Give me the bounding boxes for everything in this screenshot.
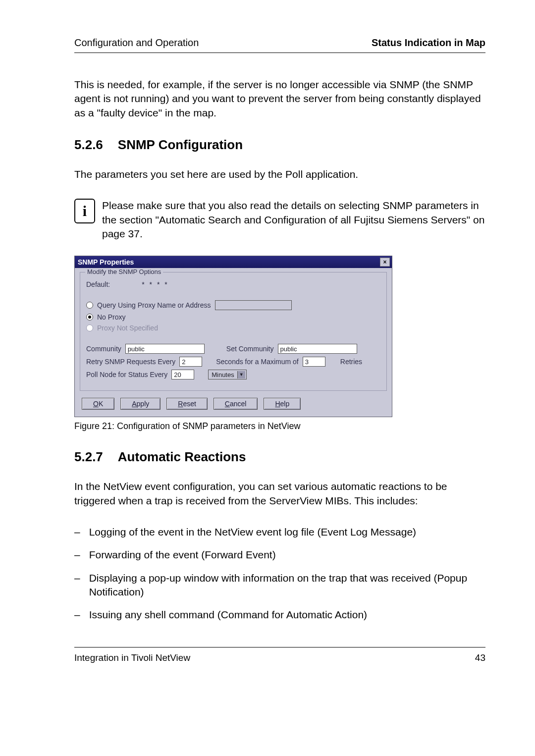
- radio-proxy-not-specified-label: Proxy Not Specified: [97, 324, 158, 332]
- radio-icon: [86, 324, 93, 331]
- proxy-address-input[interactable]: [215, 300, 292, 310]
- groupbox-label: Modify the SNMP Options: [85, 268, 163, 275]
- info-note-text: Please make sure that you also read the …: [102, 199, 485, 241]
- list-item: –Forwarding of the event (Forward Event): [74, 548, 485, 562]
- list-item-text: Displaying a pop-up window with informat…: [89, 571, 485, 599]
- max-retries-input[interactable]: 3: [303, 357, 325, 367]
- info-icon: i: [74, 199, 95, 223]
- retry-input[interactable]: 2: [179, 357, 202, 367]
- list-item: –Displaying a pop-up window with informa…: [74, 571, 485, 599]
- list-item: –Logging of the event in the NetView eve…: [74, 525, 485, 539]
- page-footer: Integration in Tivoli NetView 43: [74, 647, 485, 663]
- section-527-num: 5.2.7: [74, 449, 103, 465]
- section-527-heading: 5.2.7Automatic Reactions: [74, 449, 485, 465]
- section-527-p1: In the NetView event configuration, you …: [74, 480, 485, 508]
- poll-unit-value: Minutes: [212, 371, 234, 378]
- ok-button[interactable]: OK: [82, 398, 114, 410]
- footer-left: Integration in Tivoli NetView: [74, 652, 190, 663]
- snmp-properties-dialog: SNMP Properties × Modify the SNMP Option…: [74, 256, 392, 417]
- reset-button[interactable]: Reset: [166, 398, 208, 410]
- default-value: * * * *: [142, 280, 168, 288]
- set-community-label: Set Community: [226, 345, 274, 353]
- chevron-down-icon[interactable]: ▼: [237, 371, 245, 378]
- list-item-text: Forwarding of the event (Forward Event): [89, 548, 276, 562]
- section-526-p1: The parameters you set here are used by …: [74, 167, 485, 181]
- retries-label: Retries: [340, 358, 362, 366]
- info-icon-glyph: i: [83, 204, 87, 218]
- section-526-num: 5.2.6: [74, 137, 103, 153]
- header-left: Configuration and Operation: [74, 37, 199, 49]
- community-label: Community: [86, 345, 121, 353]
- apply-button[interactable]: Apply: [120, 398, 160, 410]
- radio-proxy-name[interactable]: Query Using Proxy Name or Address: [86, 300, 380, 310]
- modify-snmp-options-group: Modify the SNMP Options Default: * * * *…: [80, 272, 387, 391]
- radio-proxy-name-label: Query Using Proxy Name or Address: [97, 301, 211, 309]
- default-label: Default:: [86, 280, 110, 288]
- page-header: Configuration and Operation Status Indic…: [74, 37, 485, 53]
- help-button[interactable]: Help: [264, 398, 301, 410]
- community-input[interactable]: public: [125, 344, 205, 354]
- section-527-title: Automatic Reactions: [118, 449, 246, 464]
- list-item-text: Issuing any shell command (Command for A…: [89, 608, 367, 622]
- poll-unit-select[interactable]: Minutes ▼: [208, 370, 247, 379]
- radio-no-proxy[interactable]: No Proxy: [86, 313, 380, 321]
- dialog-button-row: OK Apply Reset Cancel Help: [75, 398, 392, 417]
- list-item-text: Logging of the event in the NetView even…: [89, 525, 416, 539]
- radio-icon[interactable]: [86, 314, 93, 321]
- list-item: –Issuing any shell command (Command for …: [74, 608, 485, 622]
- seconds-label: Seconds for a Maximum of: [216, 358, 299, 366]
- poll-label: Poll Node for Status Every: [86, 371, 167, 378]
- intro-paragraph: This is needed, for example, if the serv…: [74, 78, 485, 120]
- dialog-titlebar: SNMP Properties ×: [75, 256, 392, 268]
- dialog-title: SNMP Properties: [78, 258, 134, 266]
- radio-proxy-not-specified: Proxy Not Specified: [86, 324, 380, 332]
- section-526-heading: 5.2.6SNMP Configuration: [74, 137, 485, 153]
- header-right: Status Indication in Map: [372, 37, 485, 49]
- retry-label: Retry SNMP Requests Every: [86, 358, 175, 366]
- page-number: 43: [475, 652, 485, 663]
- reactions-list: –Logging of the event in the NetView eve…: [74, 525, 485, 622]
- info-note: i Please make sure that you also read th…: [74, 199, 485, 241]
- radio-icon[interactable]: [86, 302, 93, 309]
- set-community-input[interactable]: public: [278, 344, 357, 354]
- radio-no-proxy-label: No Proxy: [97, 313, 126, 321]
- section-526-title: SNMP Configuration: [118, 137, 243, 152]
- snmp-dialog-figure: SNMP Properties × Modify the SNMP Option…: [74, 256, 485, 417]
- close-icon[interactable]: ×: [380, 258, 390, 267]
- cancel-button[interactable]: Cancel: [214, 398, 258, 410]
- figure-caption: Figure 21: Configuration of SNMP paramet…: [74, 421, 485, 432]
- poll-input[interactable]: 20: [171, 370, 194, 379]
